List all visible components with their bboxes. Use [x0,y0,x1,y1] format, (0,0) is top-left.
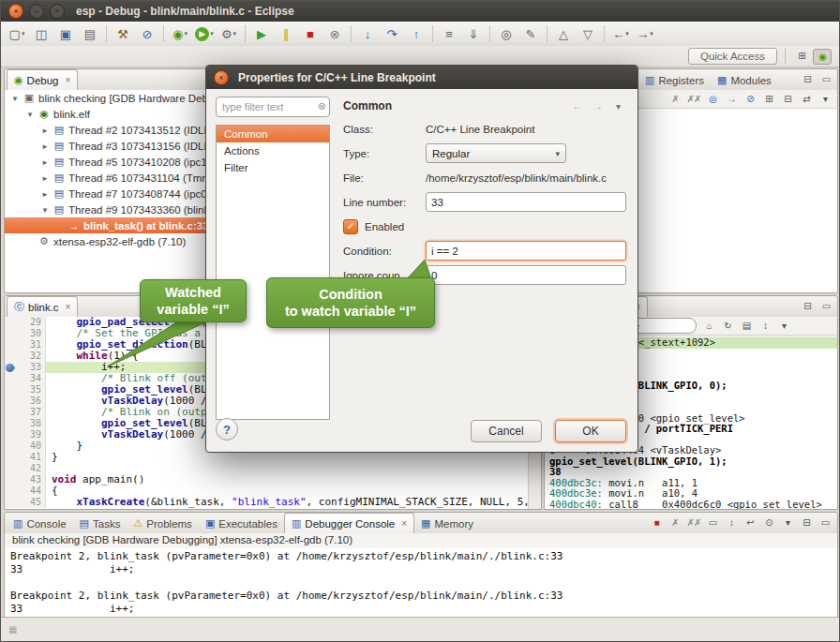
window-minimize-button[interactable]: – [29,4,44,19]
build-icon[interactable]: ⚒ [111,23,135,44]
refresh-icon[interactable]: ↻ [719,319,736,333]
step-into-icon[interactable]: ↓ [355,23,380,44]
terminate-icon[interactable]: ■ [648,515,665,530]
view-menu-icon[interactable]: ▾ [817,92,833,106]
remove-all-breakpoints-icon[interactable]: ✗✗ [685,92,702,106]
tab-blink-c[interactable]: ⓒblink.c× [7,296,78,317]
debug-icon[interactable]: ◉▾ [168,23,192,44]
remove-all-launches-icon[interactable]: ✗✗ [685,515,702,530]
ignore-count-input[interactable] [426,265,626,285]
tab-problems[interactable]: ⚠Problems [127,514,198,533]
search-icon[interactable]: ◎ [494,23,518,44]
sync-selection-icon[interactable]: ↕ [757,319,773,333]
collapse-all-icon[interactable]: ⊟ [779,92,796,106]
minimize-icon[interactable]: ⊟ [799,299,816,313]
close-icon[interactable]: × [66,75,71,85]
save-all-icon[interactable]: ▣ [53,23,78,44]
print-icon[interactable]: ▤ [78,23,102,44]
tab-executables[interactable]: ▣Executables [199,514,284,533]
skip-all-breakpoints-icon[interactable]: ⊘ [135,23,159,44]
maximize-icon[interactable]: ▭ [818,299,834,313]
tab-registers[interactable]: ▥Registers [638,70,711,90]
suspend-icon[interactable]: ∥ [274,23,298,44]
dialog-close-button[interactable]: × [214,70,229,85]
expand-all-icon[interactable]: ⊞ [760,92,777,106]
twisty-open-icon[interactable]: ▾ [23,110,37,119]
mark-occurrences-icon[interactable]: ✎ [518,23,543,44]
word-wrap-icon[interactable]: ↩ [742,515,758,530]
code-line[interactable]: 44{ [5,485,529,497]
dialog-section-common[interactable]: Common [217,126,329,142]
back-icon[interactable]: ← [568,99,585,113]
code-line[interactable]: 42 [5,463,529,474]
cancel-button[interactable]: Cancel [471,420,542,442]
line-number-input[interactable] [426,192,626,212]
tab-debugger-console[interactable]: ▥Debugger Console× [284,513,414,533]
forward-icon[interactable]: → [589,99,606,113]
condition-input[interactable] [426,241,626,261]
minimize-icon[interactable]: ⊟ [798,515,815,530]
go-to-file-icon[interactable]: → [723,92,740,106]
filter-input[interactable] [216,97,330,117]
drop-to-frame-icon[interactable]: ⇓ [461,23,486,44]
remove-selected-breakpoint-icon[interactable]: ✗ [667,92,683,106]
next-annotation-icon[interactable]: ▽ [576,23,600,44]
quick-access-button[interactable]: Quick Access [688,48,777,65]
debug-perspective-icon[interactable]: ◉ [813,49,832,65]
close-icon[interactable]: × [401,518,407,529]
twisty-closed-icon[interactable]: ▸ [38,189,52,199]
clear-filter-icon[interactable]: ⊗ [318,100,326,112]
display-selected-console-icon[interactable]: ▾ [779,515,796,530]
twisty-open-icon[interactable]: ▾ [38,205,52,215]
tab-tasks[interactable]: ▤Tasks [73,514,128,533]
code-line[interactable]: 43void app_main() [5,474,529,485]
forward-icon[interactable]: →▾ [633,23,657,44]
tab-debug[interactable]: ◉Debug× [7,69,78,90]
tab-console[interactable]: ▥Console [7,514,73,533]
twisty-closed-icon[interactable]: ▸ [38,126,52,135]
instruction-stepping-icon[interactable]: ≡ [437,23,461,44]
view-menu-icon[interactable]: ▾ [609,99,626,113]
last-edit-location-icon[interactable]: △ [551,23,576,44]
external-tools-icon[interactable]: ⚙▾ [217,23,241,44]
help-button[interactable]: ? [216,418,238,440]
step-over-icon[interactable]: ↷ [380,23,404,44]
resume-icon[interactable]: ▶ [249,23,274,44]
skip-all-breakpoints-icon[interactable]: ⊘ [742,92,758,106]
enabled-checkbox[interactable]: ✓ [343,219,358,234]
maximize-icon[interactable]: ▭ [817,515,833,530]
close-icon[interactable]: × [66,302,71,312]
scroll-lock-icon[interactable]: ↕ [723,515,740,530]
dialog-section-actions[interactable]: Actions [217,142,329,159]
show-breakpoints-supported-icon[interactable]: ◎ [704,92,721,106]
tab-memory[interactable]: ▦Memory [414,514,480,533]
home-icon[interactable]: ⌂ [700,319,717,333]
twisty-closed-icon[interactable]: ▸ [38,157,52,167]
maximize-icon[interactable]: ▭ [818,72,834,86]
new-wizard-icon[interactable]: ▢▾ [5,23,29,44]
code-line[interactable]: 45 xTaskCreate(&blink_task, "blink_task"… [5,497,529,508]
remove-launch-icon[interactable]: ✗ [667,515,683,530]
save-icon[interactable]: ◫ [29,23,53,44]
minimize-icon[interactable]: ⊟ [799,72,816,86]
window-maximize-button[interactable]: + [50,4,65,19]
show-source-icon[interactable]: ▤ [738,319,755,333]
dialog-titlebar[interactable]: × Properties for C/C++ Line Breakpoint [206,66,638,89]
terminate-icon[interactable]: ■ [298,23,322,44]
back-icon[interactable]: ←▾ [608,23,633,44]
pin-console-icon[interactable]: ⊙ [760,515,777,530]
type-select[interactable]: Regular ▾ [426,143,566,163]
clear-console-icon[interactable]: ▭ [704,515,721,530]
window-close-button[interactable]: × [8,4,23,19]
link-with-debug-icon[interactable]: ⇄ [798,92,815,106]
disconnect-icon[interactable]: ⊗ [322,23,347,44]
view-menu-icon[interactable]: ▾ [775,319,792,333]
ok-button[interactable]: OK [555,420,626,442]
twisty-closed-icon[interactable]: ▸ [38,142,52,151]
step-return-icon[interactable]: ↑ [404,23,428,44]
code-line[interactable]: 41} [5,452,529,463]
run-icon[interactable]: ▶▾ [192,23,217,44]
open-perspective-icon[interactable]: ⊞ [793,49,810,63]
twisty-open-icon[interactable]: ▾ [8,94,22,103]
window-titlebar[interactable]: × – + esp - Debug - blink/main/blink.c -… [1,1,839,22]
